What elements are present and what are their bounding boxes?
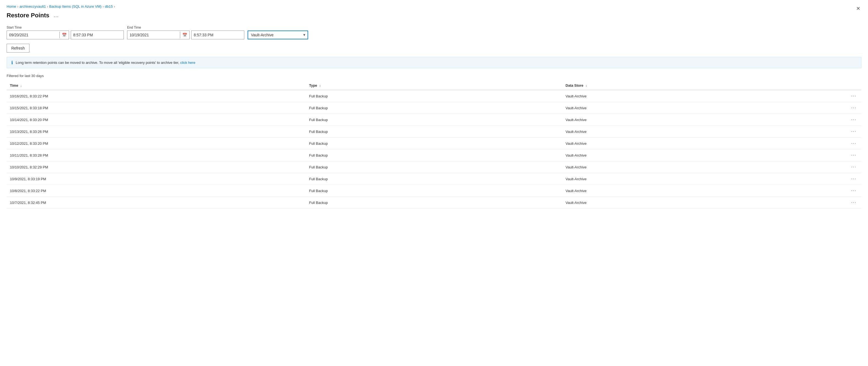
cell-type: Full Backup <box>306 138 562 149</box>
end-date-input[interactable] <box>127 33 180 37</box>
row-more-options-button[interactable]: ··· <box>849 105 858 111</box>
datastore-select-wrapper: Vault-Archive Vault-Standard Operational… <box>248 31 308 39</box>
table-row: 10/12/2021, 8:33:20 PMFull BackupVault-A… <box>7 138 861 149</box>
cell-actions: ··· <box>819 90 861 102</box>
cell-datastore: Vault-Archive <box>562 185 819 197</box>
close-button[interactable]: ✕ <box>855 4 861 13</box>
info-icon: ℹ <box>11 60 13 65</box>
cell-datastore: Vault-Archive <box>562 114 819 126</box>
row-more-options-button[interactable]: ··· <box>849 140 858 146</box>
cell-type: Full Backup <box>306 173 562 185</box>
end-time-input[interactable] <box>191 31 244 39</box>
page-header: Restore Points ... <box>7 12 861 19</box>
table-row: 10/16/2021, 8:33:22 PMFull BackupVault-A… <box>7 90 861 102</box>
info-banner-link[interactable]: click here <box>180 61 195 65</box>
breadcrumb-vault[interactable]: archiveccyvault1 <box>20 4 46 8</box>
start-time-input[interactable] <box>71 31 124 39</box>
cell-type: Full Backup <box>306 185 562 197</box>
cell-datastore: Vault-Archive <box>562 90 819 102</box>
row-more-options-button[interactable]: ··· <box>849 164 858 170</box>
sort-icon-datastore: ↕ <box>585 84 587 87</box>
cell-type: Full Backup <box>306 149 562 161</box>
cell-actions: ··· <box>819 138 861 149</box>
row-more-options-button[interactable]: ··· <box>849 152 858 158</box>
end-time-label: End Time <box>127 26 244 29</box>
breadcrumb: Home › archiveccyvault1 › Backup Items (… <box>7 4 861 8</box>
cell-datastore: Vault-Archive <box>562 126 819 138</box>
table-row: 10/14/2021, 8:33:20 PMFull BackupVault-A… <box>7 114 861 126</box>
cell-time: 10/11/2021, 8:33:28 PM <box>7 149 306 161</box>
cell-datastore: Vault-Archive <box>562 149 819 161</box>
cell-actions: ··· <box>819 185 861 197</box>
page-container: Home › archiveccyvault1 › Backup Items (… <box>0 0 868 213</box>
datastore-select[interactable]: Vault-Archive Vault-Standard Operational <box>248 31 308 39</box>
sort-icon-time: ↓ <box>20 84 22 87</box>
cell-datastore: Vault-Archive <box>562 102 819 114</box>
table-body: 10/16/2021, 8:33:22 PMFull BackupVault-A… <box>7 90 861 209</box>
row-more-options-button[interactable]: ··· <box>849 128 858 134</box>
cell-time: 10/13/2021, 8:33:26 PM <box>7 126 306 138</box>
info-banner-text: Long term retention points can be moved … <box>16 61 195 65</box>
cell-type: Full Backup <box>306 161 562 173</box>
table-row: 10/11/2021, 8:33:28 PMFull BackupVault-A… <box>7 149 861 161</box>
row-more-options-button[interactable]: ··· <box>849 176 858 182</box>
table-row: 10/15/2021, 8:33:18 PMFull BackupVault-A… <box>7 102 861 114</box>
page-title: Restore Points <box>7 12 49 19</box>
table-header-row: Time ↓ Type ↕ Data Store ↕ <box>7 81 861 90</box>
breadcrumb-home[interactable]: Home <box>7 4 16 8</box>
column-header-type[interactable]: Type ↕ <box>306 81 562 90</box>
cell-time: 10/14/2021, 8:33:20 PM <box>7 114 306 126</box>
cell-type: Full Backup <box>306 114 562 126</box>
cell-actions: ··· <box>819 102 861 114</box>
cell-actions: ··· <box>819 149 861 161</box>
cell-datastore: Vault-Archive <box>562 173 819 185</box>
cell-time: 10/8/2021, 8:33:22 PM <box>7 185 306 197</box>
end-date-calendar-icon[interactable]: 📅 <box>180 32 189 38</box>
cell-datastore: Vault-Archive <box>562 138 819 149</box>
end-date-wrapper: 📅 <box>127 31 190 39</box>
row-more-options-button[interactable]: ··· <box>849 188 858 194</box>
row-more-options-button[interactable]: ··· <box>849 200 858 206</box>
cell-datastore: Vault-Archive <box>562 197 819 209</box>
row-more-options-button[interactable]: ··· <box>849 93 858 99</box>
breadcrumb-sep-1: › <box>17 5 19 8</box>
cell-type: Full Backup <box>306 197 562 209</box>
start-date-calendar-icon[interactable]: 📅 <box>59 32 69 38</box>
breadcrumb-sep-2: › <box>47 5 48 8</box>
start-time-label: Start Time <box>7 26 124 29</box>
column-header-time[interactable]: Time ↓ <box>7 81 306 90</box>
column-header-datastore[interactable]: Data Store ↕ <box>562 81 819 90</box>
breadcrumb-sep-3: › <box>103 5 104 8</box>
cell-time: 10/10/2021, 8:32:29 PM <box>7 161 306 173</box>
breadcrumb-sep-4: › <box>114 5 115 8</box>
cell-actions: ··· <box>819 197 861 209</box>
cell-time: 10/12/2021, 8:33:20 PM <box>7 138 306 149</box>
breadcrumb-backup-items[interactable]: Backup Items (SQL in Azure VM) <box>49 4 101 8</box>
cell-time: 10/9/2021, 8:33:19 PM <box>7 173 306 185</box>
cell-type: Full Backup <box>306 126 562 138</box>
column-header-actions <box>819 81 861 90</box>
datastore-group: Vault-Archive Vault-Standard Operational… <box>248 26 308 39</box>
cell-datastore: Vault-Archive <box>562 161 819 173</box>
start-date-input[interactable] <box>7 33 59 37</box>
sort-icon-type: ↕ <box>319 84 321 87</box>
start-date-wrapper: 📅 <box>7 31 69 39</box>
refresh-button[interactable]: Refresh <box>7 44 29 53</box>
cell-actions: ··· <box>819 114 861 126</box>
cell-actions: ··· <box>819 173 861 185</box>
table-row: 10/9/2021, 8:33:19 PMFull BackupVault-Ar… <box>7 173 861 185</box>
datastore-label <box>248 26 308 29</box>
row-more-options-button[interactable]: ··· <box>849 117 858 123</box>
table-row: 10/8/2021, 8:33:22 PMFull BackupVault-Ar… <box>7 185 861 197</box>
cell-type: Full Backup <box>306 102 562 114</box>
table-row: 10/7/2021, 8:32:45 PMFull BackupVault-Ar… <box>7 197 861 209</box>
more-options-button[interactable]: ... <box>52 12 60 19</box>
breadcrumb-db15[interactable]: db15 <box>105 4 113 8</box>
cell-actions: ··· <box>819 126 861 138</box>
end-time-group: End Time 📅 <box>127 26 244 39</box>
filter-info-label: Filtered for last 30 days <box>7 74 861 78</box>
restore-points-table: Time ↓ Type ↕ Data Store ↕ 10/16/2021, 8… <box>7 81 861 209</box>
filter-row: Start Time 📅 End Time 📅 <box>7 26 861 39</box>
start-time-group: Start Time 📅 <box>7 26 124 39</box>
cell-type: Full Backup <box>306 90 562 102</box>
